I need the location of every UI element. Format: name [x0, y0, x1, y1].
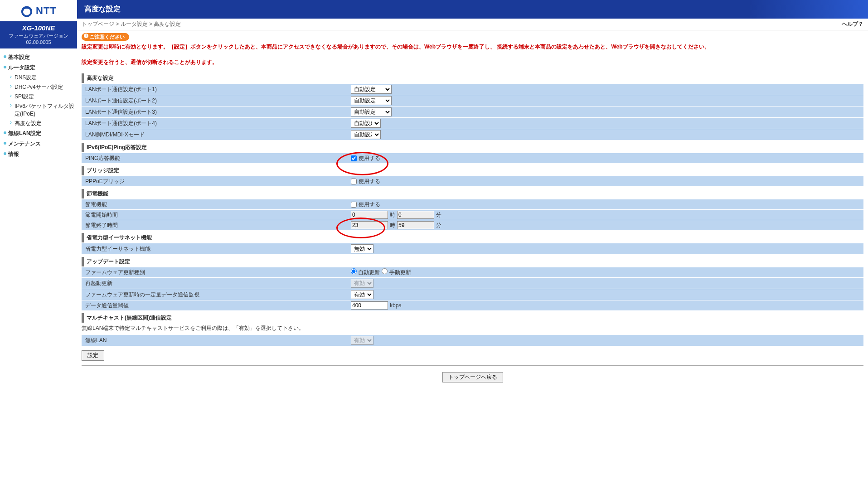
nav-ipv6pf[interactable]: IPv6パケットフィルタ設定(IPoE) — [9, 102, 74, 119]
lbl-ping: PING応答機能 — [82, 154, 349, 163]
multicast-note: 無線LAN端末で特定マルチキャストサービスをご利用の際は、「有効」を選択して下さ… — [82, 324, 863, 332]
fwtype-manual-wrap[interactable]: 手動更新 — [382, 268, 411, 276]
lbl-pwrs-end: 節電終了時間 — [82, 221, 349, 230]
lbl-reboot-upd: 再起動更新 — [82, 279, 349, 288]
brand-text: NTT — [36, 5, 57, 17]
lbl-wlan-mcast: 無線LAN — [82, 336, 349, 345]
wlan-mcast-select: 有効 — [351, 336, 373, 345]
model-box: XG-100NE ファームウェアバージョン 02.00.0005 — [0, 21, 77, 48]
pwrs-end-m[interactable] — [397, 221, 434, 229]
unit-kbps: kbps — [390, 302, 401, 309]
fwtype-auto-radio[interactable] — [351, 268, 357, 274]
pwrs-checkbox[interactable] — [351, 202, 357, 208]
sidebar: NTT XG-100NE ファームウェアバージョン 02.00.0005 基本設… — [0, 0, 77, 398]
nav-maintenance[interactable]: メンテナンス — [3, 139, 74, 149]
caution-badge: ご注意ください — [82, 33, 129, 41]
lbl-mdi: LAN側MDI/MDI-Xモード — [82, 130, 349, 140]
sec-powersave: 節電機能 — [82, 189, 863, 198]
lbl-lan2: LANポート通信設定(ポート2) — [82, 96, 349, 106]
lbl-lan3: LANポート通信設定(ポート3) — [82, 107, 349, 117]
lan4-select[interactable]: 自動設定 — [351, 119, 381, 128]
crumb-router[interactable]: ルータ設定 — [121, 21, 148, 27]
sec-multicast: マルチキャスト(無線区間)通信設定 — [82, 313, 863, 323]
fwtype-auto-label: 自動更新 — [358, 269, 380, 276]
fw-version: 02.00.0005 — [2, 39, 75, 45]
nav-dns[interactable]: DNS設定 — [9, 73, 74, 82]
nav-info[interactable]: 情報 — [3, 149, 74, 160]
page-title: 高度な設定 — [77, 0, 868, 19]
logo-block: NTT — [0, 0, 77, 21]
lbl-fwmon: ファームウェア更新時の一定量データ通信監視 — [82, 290, 349, 300]
crumb-top[interactable]: トップページ — [82, 21, 114, 27]
pppoe-use-label: 使用する — [359, 178, 380, 185]
nav-wlan[interactable]: 無線LAN設定 — [3, 128, 74, 139]
eee-select[interactable]: 無効 — [351, 244, 373, 253]
lan1-select[interactable]: 自動設定 — [351, 85, 392, 94]
separator — [82, 365, 863, 366]
reboot-upd-select: 有効 — [351, 279, 373, 288]
mdi-select[interactable]: 自動設定 — [351, 130, 381, 139]
lbl-eee: 省電力型イーサネット機能 — [82, 244, 349, 254]
sec-eee: 省電力型イーサネット機能 — [82, 233, 863, 242]
lbl-lan1: LANポート通信設定(ポート1) — [82, 85, 349, 94]
warning-text-1: 設定変更は即時に有効となります。［設定］ボタンをクリックしたあと、本商品にアクセ… — [82, 43, 863, 51]
lan2-select[interactable]: 自動設定 — [351, 96, 392, 105]
nav-advanced[interactable]: 高度な設定 — [9, 119, 74, 128]
fwmon-select[interactable]: 有効 — [351, 290, 373, 299]
nav-dhcpv4[interactable]: DHCPv4サーバ設定 — [9, 82, 74, 92]
fwtype-manual-radio[interactable] — [382, 268, 388, 274]
threshold-input[interactable] — [351, 301, 388, 310]
model-name: XG-100NE — [2, 24, 75, 32]
pwrs-start-m[interactable] — [397, 211, 434, 219]
lbl-threshold: データ通信量閾値 — [82, 301, 349, 310]
crumb-current: 高度な設定 — [154, 21, 181, 27]
help-link[interactable]: ヘルプ？ — [842, 20, 863, 28]
pwrs-use-label: 使用する — [359, 201, 380, 208]
pwrs-end-h[interactable] — [351, 221, 388, 229]
fwtype-auto-wrap[interactable]: 自動更新 — [351, 268, 380, 276]
breadcrumb: トップページ > ルータ設定 > 高度な設定 — [82, 20, 181, 28]
unit-h-1: 時 — [390, 211, 395, 219]
nav: 基本設定 ルータ設定 DNS設定 DHCPv4サーバ設定 SPI設定 IPv6パ… — [0, 48, 77, 163]
ntt-logo-icon — [20, 5, 33, 17]
warning-text-2: 設定変更を行うと、通信が切断されることがあります。 — [82, 58, 863, 66]
lbl-fwtype: ファームウェア更新種別 — [82, 268, 349, 277]
nav-spi[interactable]: SPI設定 — [9, 92, 74, 102]
lbl-pwrs-func: 節電機能 — [82, 200, 349, 209]
sec-advanced: 高度な設定 — [82, 73, 863, 83]
ping-checkbox[interactable] — [351, 155, 357, 161]
sec-update: アップデート設定 — [82, 257, 863, 266]
lbl-pwrs-start: 節電開始時間 — [82, 210, 349, 220]
back-to-top-button[interactable]: トップページへ戻る — [442, 372, 503, 382]
ping-use-label: 使用する — [359, 155, 380, 162]
lan3-select[interactable]: 自動設定 — [351, 107, 392, 116]
pwrs-start-h[interactable] — [351, 211, 388, 219]
pppoe-checkbox[interactable] — [351, 179, 357, 184]
sec-ipv6ping: IPv6(IPoE)Ping応答設定 — [82, 143, 863, 152]
unit-h-2: 時 — [390, 222, 395, 229]
sec-bridge: ブリッジ設定 — [82, 166, 863, 175]
fw-label: ファームウェアバージョン — [2, 33, 75, 39]
unit-m-2: 分 — [436, 222, 441, 229]
lbl-lan4: LANポート通信設定(ポート4) — [82, 119, 349, 128]
unit-m-1: 分 — [436, 211, 441, 219]
fwtype-manual-label: 手動更新 — [389, 269, 411, 276]
nav-basic[interactable]: 基本設定 — [3, 52, 74, 63]
lbl-pppoe: PPPoEブリッジ — [82, 177, 349, 186]
nav-router[interactable]: ルータ設定 — [3, 63, 74, 73]
set-button[interactable]: 設定 — [82, 350, 104, 361]
